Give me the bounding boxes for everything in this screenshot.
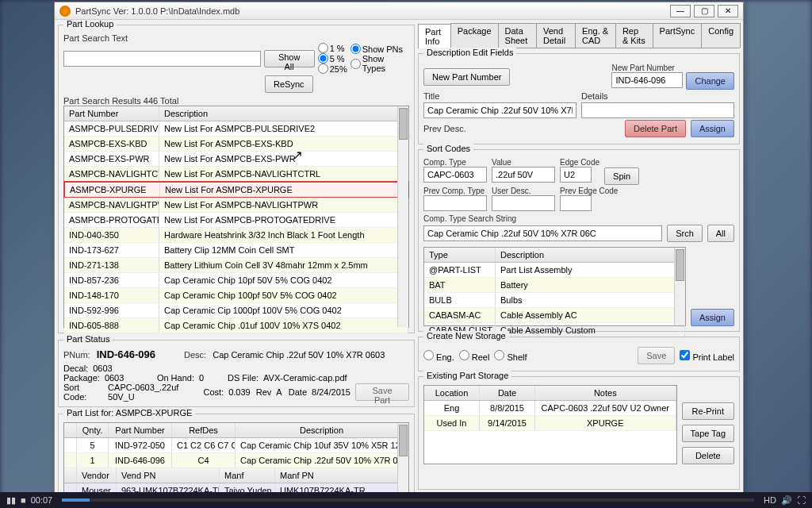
details-label: Details [581, 91, 734, 101]
results-row[interactable]: IND-148-170Cap Ceramic Chip 100pf 50V 5%… [64, 288, 408, 303]
results-row[interactable]: IND-040-350Hardware Heatshrink 3/32 Inch… [64, 228, 408, 243]
col-location[interactable]: Location [424, 386, 480, 400]
results-row[interactable]: ASMPCB-EXS-KBDNew List For ASMPCB-EXS-KB… [64, 137, 408, 152]
tab-part-info[interactable]: Part Info [418, 24, 451, 48]
search-input[interactable] [63, 51, 261, 67]
partlist-scrollbar[interactable] [397, 423, 408, 493]
tab-eng-cad[interactable]: Eng. & CAD [575, 23, 616, 48]
reprint-button[interactable]: Re-Print [682, 402, 734, 420]
type-row[interactable]: CABASM-ACCable Assembly AC [424, 308, 685, 323]
results-row[interactable]: IND-605-888Cap Ceramic Chip .01uf 100V 1… [64, 318, 408, 333]
type-scrollbar[interactable] [674, 248, 685, 325]
results-row[interactable]: ASMPCB-EXS-PWRNew List For ASMPCB-EXS-PW… [64, 152, 408, 167]
tapetag-button[interactable]: Tape Tag [682, 425, 734, 442]
results-count: Part Search Results 446 Total [63, 96, 409, 106]
col-type[interactable]: Type [424, 248, 496, 262]
title-label: Title [423, 91, 576, 101]
col-pn[interactable]: Part Number [109, 423, 172, 437]
existing-storage-title: Existing Part Storage [423, 371, 511, 380]
minimize-button[interactable]: — [670, 5, 691, 17]
storage-grid[interactable]: Location Date Notes Eng8/8/2015CAPC-0603… [423, 385, 677, 464]
delete-storage-button[interactable]: Delete [682, 447, 734, 464]
resync-button[interactable]: ReSync [265, 75, 313, 93]
tab-config[interactable]: Config [701, 23, 741, 48]
results-row[interactable]: IND-857-236Cap Ceramic Chip 10pf 50V 5% … [64, 273, 408, 288]
tab-package[interactable]: Package [450, 23, 499, 48]
assign-type-button[interactable]: Assign [691, 309, 734, 326]
comp-search-input[interactable] [423, 225, 662, 241]
new-part-number-button[interactable]: New Part Number [423, 68, 510, 86]
tab-partsync[interactable]: PartSync [653, 23, 703, 48]
change-button[interactable]: Change [686, 72, 734, 90]
results-row[interactable]: ASMPCB-NAVLIGHTPWRNew List For ASMPCB-NA… [64, 198, 408, 213]
tab-data-sheet[interactable]: Data Sheet [498, 23, 537, 48]
show-all-button[interactable]: Show All [264, 50, 315, 67]
video-progress[interactable] [62, 498, 754, 502]
results-row[interactable]: ASMPCB-XPURGENew List For ASMPCB-XPURGE [63, 181, 409, 198]
col-part-number[interactable]: Part Number [64, 106, 159, 121]
results-row[interactable]: ASMPCB-PROTOGATEDRIVNew List For ASMPCB-… [64, 213, 408, 228]
eng-radio[interactable] [423, 350, 434, 360]
type-row[interactable]: BATBattery [424, 278, 685, 293]
save-storage-button[interactable]: Save [638, 347, 675, 364]
srch-button[interactable]: Srch [667, 225, 703, 242]
all-button[interactable]: All [707, 225, 734, 242]
sort-codes-title: Sort Codes [423, 144, 473, 153]
results-row[interactable]: ASMPCB-NAVLIGHTCTRLNew List For ASMPCB-N… [64, 167, 408, 182]
save-part-button[interactable]: Save Part [355, 383, 409, 401]
tab-rep-kits[interactable]: Rep & Kits [615, 23, 653, 48]
col-description[interactable]: Description [159, 106, 408, 121]
prevdesc-label: Prev Desc. [423, 124, 466, 133]
comp-type-input[interactable] [423, 167, 487, 183]
prevcomp-input[interactable] [423, 195, 487, 211]
col-qty[interactable]: Qnty. [77, 423, 109, 437]
results-row[interactable]: IND-173-627Battery Clip 12MM Coin Cell S… [64, 243, 408, 258]
userdesc-input[interactable] [492, 195, 555, 211]
edge-input[interactable] [560, 167, 592, 183]
show-pns-radio[interactable] [350, 44, 361, 54]
type-grid[interactable]: Type Description @PART-LISTPart List Ass… [423, 247, 686, 326]
shelf-radio[interactable] [494, 350, 504, 360]
partlist-row[interactable]: 1IND-646-096C4Cap Ceramic Chip .22uf 50V… [64, 453, 408, 468]
fullscreen-icon[interactable]: ⛶ [797, 495, 806, 505]
pct-5-radio[interactable] [318, 53, 328, 64]
pct-1-radio[interactable] [318, 43, 328, 53]
stop-icon[interactable]: ■ [21, 495, 26, 505]
partlist-row[interactable]: 5IND-972-050C1 C2 C6 C7 C8Cap Ceramic Ch… [64, 438, 408, 453]
partlist-grid[interactable]: Qnty. Part Number RefDes Description 5IN… [63, 422, 409, 493]
volume-icon[interactable]: 🔊 [781, 495, 792, 506]
col-notes[interactable]: Notes [535, 386, 676, 400]
results-row[interactable]: IND-271-138Battery Lithium Coin Cell 3V … [64, 258, 408, 273]
results-row[interactable]: ASMPCB-PULSEDRIVE2New List For ASMPCB-PU… [64, 121, 408, 137]
play-icon[interactable]: ▮▮ [6, 495, 16, 506]
storage-row[interactable]: Eng8/8/2015CAPC-0603 .22uf 50V U2 Owner [424, 401, 676, 416]
col-desc2[interactable]: Description [236, 423, 408, 437]
results-row[interactable]: IND-592-996Cap Ceramic Cip 1000pf 100V 5… [64, 303, 408, 318]
pct-25-radio[interactable] [318, 64, 328, 74]
results-scrollbar[interactable] [397, 106, 408, 327]
assign-button[interactable]: Assign [691, 120, 734, 137]
prevedge-input[interactable] [560, 195, 592, 211]
results-grid[interactable]: Part Number Description ASMPCB-PULSEDRIV… [63, 106, 409, 328]
storage-row[interactable]: Used In9/14/2015XPURGE [424, 416, 676, 431]
close-button[interactable]: ✕ [718, 5, 738, 17]
window-title: PartSync Ver: 1.0.0.0 P:\InData\Index.md… [75, 6, 667, 16]
show-types-radio[interactable] [350, 59, 361, 69]
col-refdes[interactable]: RefDes [172, 423, 236, 437]
maximize-button[interactable]: ▢ [694, 5, 714, 17]
part-lookup-group: Part Lookup Part Search Text Show All 1 … [58, 25, 415, 333]
print-label-checkbox[interactable] [680, 350, 690, 360]
newpn-input[interactable] [611, 72, 683, 88]
type-row[interactable]: BULBBulbs [424, 293, 685, 308]
quality-badge[interactable]: HD [764, 495, 776, 505]
details-input[interactable] [581, 102, 734, 118]
title-input[interactable] [423, 102, 576, 118]
col-date[interactable]: Date [480, 386, 535, 400]
col-type-desc[interactable]: Description [496, 248, 685, 262]
spin-button[interactable]: Spin [604, 167, 639, 185]
value-input[interactable] [492, 167, 555, 183]
type-row[interactable]: @PART-LISTPart List Assembly [424, 263, 685, 278]
tab-vend-detail[interactable]: Vend Detail [536, 23, 576, 48]
delete-part-button[interactable]: Delete Part [625, 120, 686, 137]
reel-radio[interactable] [459, 350, 469, 360]
